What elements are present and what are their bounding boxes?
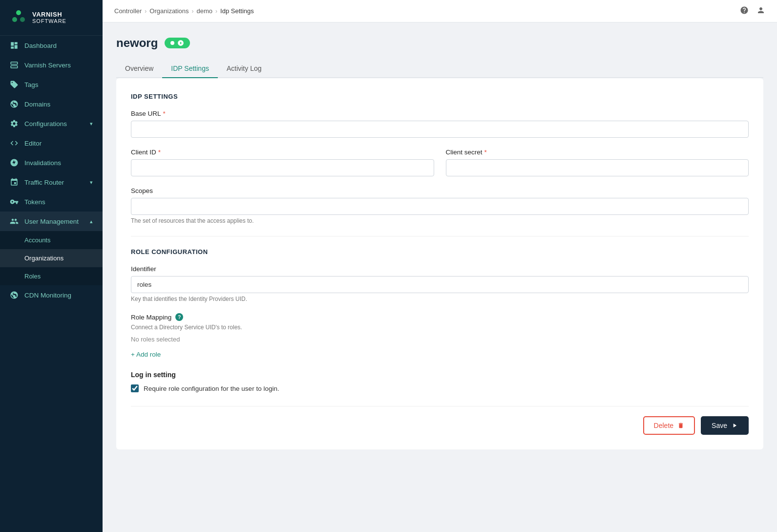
required-asterisk: *: [484, 149, 487, 156]
identifier-input[interactable]: [131, 276, 749, 293]
sidebar-item-label: Tags: [24, 81, 39, 88]
breadcrumb-organizations[interactable]: Organizations: [149, 7, 189, 15]
role-mapping-description: Connect a Directory Service UID's to rol…: [131, 324, 749, 331]
login-setting-group: Log in setting Require role configuratio…: [131, 371, 749, 392]
sidebar-item-traffic-router[interactable]: Traffic Router ▾: [0, 172, 103, 192]
role-mapping-label: Role Mapping: [131, 314, 171, 321]
svg-point-1: [12, 17, 17, 22]
tab-activity-log[interactable]: Activity Log: [218, 60, 271, 78]
breadcrumb: Controller › Organizations › demo › Idp …: [114, 7, 254, 15]
sidebar-item-label: CDN Monitoring: [24, 292, 71, 299]
sidebar-item-label: Domains: [24, 101, 50, 108]
domain-icon: [10, 100, 19, 108]
globe-icon: [10, 291, 19, 299]
role-config-section-title: ROLE CONFIGURATION: [131, 248, 749, 255]
server-icon: [10, 61, 19, 69]
required-asterisk: *: [163, 110, 166, 117]
config-icon: [10, 119, 19, 128]
main-content: Controller › Organizations › demo › Idp …: [103, 0, 777, 532]
help-icon[interactable]: [740, 6, 749, 17]
breadcrumb-sep-3: ›: [215, 8, 217, 15]
chevron-down-icon: ▾: [90, 121, 93, 127]
client-id-label: Client ID *: [131, 149, 434, 156]
invalidate-icon: [10, 158, 19, 167]
sidebar-item-configurations[interactable]: Configurations ▾: [0, 114, 103, 133]
topbar-actions: [740, 6, 765, 17]
sidebar-item-label: User Management: [24, 218, 79, 225]
tabs: Overview IDP Settings Activity Log: [116, 60, 763, 78]
breadcrumb-sep-1: ›: [145, 8, 147, 15]
logo-text: VARNISH: [32, 11, 66, 19]
client-secret-label: Client secret *: [446, 149, 749, 156]
page-content: neworg Overview IDP Settings Activity Lo…: [103, 22, 777, 532]
scopes-hint: The set of resources that the access app…: [131, 217, 749, 224]
sidebar-item-label: Traffic Router: [24, 179, 64, 186]
sidebar-item-tokens[interactable]: Tokens: [0, 192, 103, 212]
users-icon: [10, 217, 19, 226]
require-role-checkbox[interactable]: [131, 384, 139, 392]
subnav-label: Roles: [24, 273, 41, 280]
client-secret-group: Client secret *: [446, 149, 749, 176]
status-badge[interactable]: [165, 38, 190, 48]
sidebar-item-cdn-monitoring[interactable]: CDN Monitoring: [0, 285, 103, 305]
sidebar-item-tags[interactable]: Tags: [0, 75, 103, 94]
tab-idp-settings[interactable]: IDP Settings: [162, 60, 218, 78]
idp-settings-card: IDP SETTINGS Base URL * Client ID *: [116, 78, 763, 449]
delete-button[interactable]: Delete: [643, 416, 695, 435]
sidebar-item-varnish-servers[interactable]: Varnish Servers: [0, 55, 103, 75]
trash-icon: [677, 422, 684, 429]
identifier-hint: Key that identifies the Identity Provide…: [131, 296, 749, 302]
page-header: neworg: [116, 36, 763, 50]
sidebar-item-invalidations[interactable]: Invalidations: [0, 153, 103, 172]
login-setting-title: Log in setting: [131, 371, 749, 379]
active-icon: [177, 40, 184, 46]
tab-overview[interactable]: Overview: [116, 60, 162, 78]
base-url-input[interactable]: [131, 121, 749, 138]
sidebar-nav: Dashboard Varnish Servers Tags Domains C…: [0, 36, 103, 305]
sidebar-item-accounts[interactable]: Accounts: [0, 231, 103, 249]
sidebar-item-roles[interactable]: Roles: [0, 267, 103, 285]
divider: [131, 236, 749, 236]
breadcrumb-sep-2: ›: [192, 8, 194, 15]
scopes-group: Scopes The set of resources that the acc…: [131, 187, 749, 224]
page-title: neworg: [116, 36, 158, 50]
sidebar: VARNISH SOFTWARE Dashboard Varnish Serve…: [0, 0, 103, 532]
breadcrumb-demo[interactable]: demo: [197, 7, 213, 15]
breadcrumb-controller[interactable]: Controller: [114, 7, 142, 15]
add-role-button[interactable]: + Add role: [131, 349, 161, 360]
user-management-subnav: Accounts Organizations Roles: [0, 231, 103, 285]
client-row: Client ID * Client secret *: [131, 149, 749, 176]
dashboard-icon: [10, 41, 19, 50]
tag-icon: [10, 80, 19, 89]
subnav-label: Accounts: [24, 236, 50, 244]
sidebar-item-label: Varnish Servers: [24, 62, 71, 69]
editor-icon: [10, 139, 19, 148]
sidebar-item-dashboard[interactable]: Dashboard: [0, 36, 103, 55]
require-role-checkbox-row: Require role configuration for the user …: [131, 384, 749, 392]
sidebar-item-domains[interactable]: Domains: [0, 94, 103, 114]
sidebar-item-label: Configurations: [24, 120, 67, 128]
sidebar-item-editor[interactable]: Editor: [0, 133, 103, 153]
sidebar-item-organizations[interactable]: Organizations: [0, 249, 103, 267]
base-url-group: Base URL *: [131, 110, 749, 138]
varnish-logo-icon: [10, 9, 27, 26]
role-mapping-help-icon[interactable]: ?: [175, 313, 183, 321]
base-url-label: Base URL *: [131, 110, 749, 117]
identifier-label: Identifier: [131, 265, 749, 273]
sidebar-item-label: Dashboard: [24, 42, 57, 49]
sidebar-item-label: Invalidations: [24, 159, 61, 167]
sidebar-item-user-management[interactable]: User Management ▴: [0, 212, 103, 231]
client-id-input[interactable]: [131, 159, 434, 176]
status-dot: [170, 41, 174, 45]
client-secret-input[interactable]: [446, 159, 749, 176]
sidebar-item-label: Editor: [24, 140, 42, 147]
role-mapping-group: Role Mapping ? Connect a Directory Servi…: [131, 313, 749, 360]
logo: VARNISH SOFTWARE: [0, 0, 103, 36]
sidebar-item-label: Tokens: [24, 198, 45, 206]
scopes-input[interactable]: [131, 198, 749, 215]
save-button[interactable]: Save: [701, 416, 749, 435]
user-icon[interactable]: [756, 6, 765, 17]
token-icon: [10, 197, 19, 206]
chevron-down-icon: ▾: [90, 179, 93, 186]
topbar: Controller › Organizations › demo › Idp …: [103, 0, 777, 22]
